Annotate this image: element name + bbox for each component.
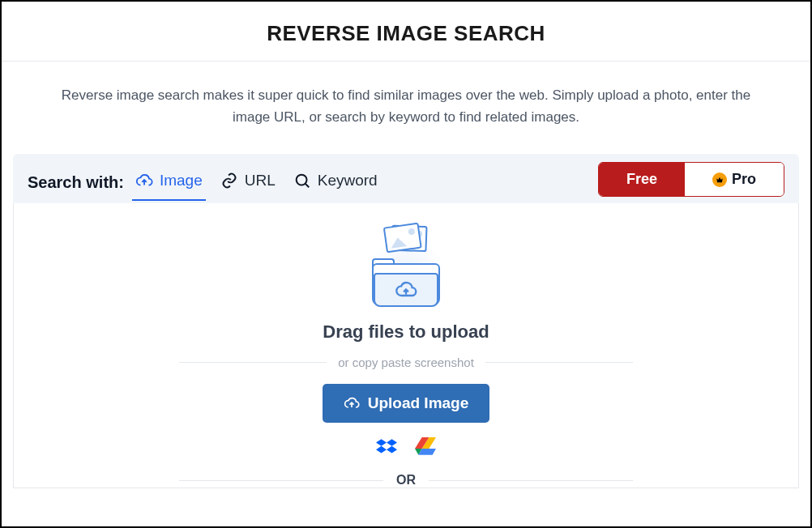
plan-pro-label: Pro xyxy=(732,171,756,188)
drop-title: Drag files to upload xyxy=(14,321,798,343)
search-panel: Search with: Image URL xyxy=(13,154,799,203)
crown-icon xyxy=(712,172,727,187)
cloud-sources xyxy=(14,437,798,458)
tab-url[interactable]: URL xyxy=(217,165,279,201)
search-with-label: Search with: xyxy=(28,173,124,192)
svg-point-0 xyxy=(296,175,306,185)
upload-illustration xyxy=(361,231,451,310)
plan-free-button[interactable]: Free xyxy=(599,163,685,196)
upload-image-button[interactable]: Upload Image xyxy=(323,384,490,423)
link-icon xyxy=(220,172,238,189)
upload-button-label: Upload Image xyxy=(368,394,469,412)
page-description: Reverse image search makes it super quic… xyxy=(2,62,810,146)
tab-image[interactable]: Image xyxy=(132,165,206,201)
plan-toggle: Free Pro xyxy=(598,162,784,197)
page-header: REVERSE IMAGE SEARCH xyxy=(2,2,810,62)
cloud-upload-icon xyxy=(344,395,360,411)
drop-zone[interactable]: Drag files to upload or copy paste scree… xyxy=(13,203,799,488)
search-tabs: Image URL Keyword xyxy=(132,165,381,201)
page-title: REVERSE IMAGE SEARCH xyxy=(2,21,810,46)
plan-pro-button[interactable]: Pro xyxy=(685,163,784,196)
plan-free-label: Free xyxy=(626,171,657,188)
google-drive-icon[interactable] xyxy=(415,437,436,458)
or-divider: OR xyxy=(179,473,633,488)
paste-hint: or copy paste screenshot xyxy=(179,356,633,369)
dropbox-icon[interactable] xyxy=(376,437,397,458)
search-icon xyxy=(293,172,311,189)
cloud-upload-icon xyxy=(135,172,153,189)
tab-url-label: URL xyxy=(245,172,276,189)
cloud-upload-arrow-icon xyxy=(395,279,417,301)
tab-keyword-label: Keyword xyxy=(318,172,378,189)
tab-image-label: Image xyxy=(160,172,203,189)
tab-keyword[interactable]: Keyword xyxy=(290,165,381,201)
